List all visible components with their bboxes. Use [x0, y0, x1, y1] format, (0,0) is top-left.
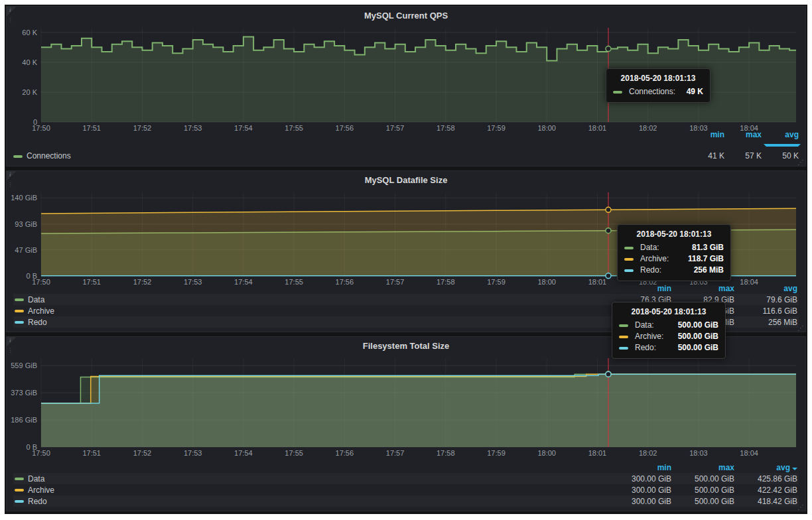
legend-header-min[interactable]: min	[687, 130, 724, 149]
legend-avg-value: 79.6 GiB	[734, 295, 797, 304]
legend-series-label: Connections	[27, 151, 71, 161]
legend-min-value: 41 K	[687, 151, 724, 161]
svg-text:47 GiB: 47 GiB	[15, 246, 37, 254]
series-color-dash-icon	[619, 336, 628, 338]
legend-header-max[interactable]: max	[724, 130, 762, 149]
legend-avg-value: 50 K	[762, 151, 799, 161]
series-color-dash-icon	[619, 347, 628, 350]
legend-max-value: 500.00 GiB	[671, 486, 734, 495]
legend-row-data: Data 300.00 GiB 500.00 GiB 425.86 GiB	[13, 473, 799, 484]
legend-max-value: 500.00 GiB	[671, 474, 734, 484]
legend-item-data[interactable]: Data	[15, 295, 608, 304]
caret-down-icon	[764, 144, 801, 147]
legend-header-row: min max avg	[13, 283, 799, 294]
series-color-dash-icon	[13, 155, 23, 158]
legend-avg-value: 418.42 GiB	[734, 497, 797, 506]
svg-text:0: 0	[33, 118, 37, 126]
panel-resize-handle-icon[interactable]: ⋰	[797, 503, 804, 511]
legend-item-redo[interactable]: Redo	[15, 318, 608, 327]
tooltip-row: Archive: 500.00 GiB	[619, 331, 718, 342]
series-color-dash-icon	[15, 489, 24, 491]
svg-text:559 GiB: 559 GiB	[11, 361, 37, 369]
legend-header-avg[interactable]: avg	[734, 284, 797, 293]
tooltip-series-label: Data:	[640, 242, 659, 253]
legend-max-value: 57 K	[724, 151, 762, 161]
legend-row-archive: Archive 300.00 GiB 500.00 GiB 422.42 GiB	[13, 484, 799, 495]
legend-item-archive[interactable]: Archive	[15, 306, 608, 316]
svg-text:17:52: 17:52	[133, 449, 152, 457]
page: i ⋮ MySQL Current QPS 17:5017:5117:5217:…	[0, 0, 812, 520]
tooltip-series-label: Data:	[635, 320, 654, 331]
grafana-dashboard: i ⋮ MySQL Current QPS 17:5017:5117:5217:…	[5, 5, 807, 514]
tooltip-series-value: 49 K	[687, 86, 703, 98]
tooltip-series-value: 256 MiB	[694, 265, 724, 276]
svg-text:373 GiB: 373 GiB	[11, 389, 37, 397]
tooltip-series-value: 500.00 GiB	[678, 320, 718, 331]
legend-min-value: 300.00 GiB	[608, 486, 671, 495]
tooltip-row: Data: 81.3 GiB	[624, 242, 724, 253]
svg-text:17:55: 17:55	[285, 449, 303, 457]
svg-text:18:03: 18:03	[689, 449, 708, 457]
caret-down-icon	[792, 468, 797, 470]
tooltip-series-value: 118.7 GiB	[688, 253, 724, 265]
legend-item-redo[interactable]: Redo	[15, 497, 608, 506]
svg-text:0 B: 0 B	[26, 443, 37, 451]
svg-text:18:00: 18:00	[537, 449, 556, 457]
legend-row-redo: Redo 300.00 GiB 500.00 GiB 418.42 GiB	[13, 495, 799, 507]
tooltip-series-label: Archive:	[640, 253, 669, 265]
series-color-dash-icon	[624, 258, 634, 261]
legend: min max avg Data 300.00 GiB 500.00 GiB 4…	[13, 462, 799, 507]
legend-item-archive[interactable]: Archive	[15, 486, 608, 495]
svg-text:186 GiB: 186 GiB	[11, 416, 37, 424]
svg-text:17:58: 17:58	[437, 449, 455, 457]
filesystem-chart-area: 17:5017:5117:5217:5317:5417:5517:5617:57…	[11, 354, 801, 459]
panel-resize-handle-icon[interactable]: ⋰	[797, 324, 804, 332]
panel-title[interactable]: MySQL Current QPS	[7, 11, 805, 21]
tooltip-row: Data: 500.00 GiB	[619, 320, 718, 331]
tooltip-series-value: 500.00 GiB	[678, 342, 718, 354]
legend-item-data[interactable]: Data	[15, 474, 608, 484]
legend-header-min[interactable]: min	[608, 463, 671, 472]
legend-header-avg[interactable]: avg	[734, 463, 797, 472]
tooltip-series-label: Redo:	[640, 265, 661, 276]
panel-resize-handle-icon[interactable]: ⋰	[797, 159, 804, 166]
svg-text:17:54: 17:54	[234, 449, 253, 457]
legend-max-value: 500.00 GiB	[671, 497, 734, 506]
svg-text:18:02: 18:02	[639, 449, 657, 457]
series-color-dash-icon	[15, 478, 24, 480]
legend-header-min[interactable]: min	[608, 284, 671, 293]
series-color-dash-icon	[15, 321, 24, 324]
svg-text:0 B: 0 B	[26, 272, 37, 280]
svg-text:60 K: 60 K	[22, 29, 37, 36]
svg-text:93 GiB: 93 GiB	[15, 220, 37, 228]
legend-item-connections[interactable]: Connections	[13, 151, 71, 161]
svg-text:18:04: 18:04	[740, 449, 758, 457]
tooltip-timestamp: 2018-05-20 18:01:13	[613, 74, 703, 83]
svg-text:20 K: 20 K	[22, 88, 37, 96]
tooltip-qps: 2018-05-20 18:01:13 Connections: 49 K	[606, 68, 710, 103]
svg-text:17:57: 17:57	[386, 449, 405, 457]
legend-avg-value: 422.42 GiB	[734, 486, 797, 495]
series-color-dash-icon	[15, 310, 24, 312]
tooltip-series-label: Connections:	[629, 86, 675, 98]
tooltip-row: Redo: 500.00 GiB	[619, 342, 718, 354]
legend-header-max[interactable]: max	[671, 463, 734, 472]
tooltip-series-label: Archive:	[635, 331, 663, 342]
svg-text:17:56: 17:56	[336, 449, 354, 457]
legend-header-avg[interactable]: avg	[762, 130, 799, 149]
tooltip-row: Connections: 49 K	[613, 86, 703, 98]
legend-header-max[interactable]: max	[671, 284, 734, 293]
legend-min-value: 300.00 GiB	[608, 474, 671, 484]
panel-title[interactable]: MySQL Datafile Size	[7, 175, 805, 185]
series-color-dash-icon	[624, 247, 634, 249]
tooltip-datafile: 2018-05-20 18:01:13 Data: 81.3 GiB Archi…	[617, 224, 731, 281]
legend-avg-value: 256 MiB	[734, 318, 797, 327]
series-color-dash-icon	[619, 324, 628, 327]
svg-text:17:59: 17:59	[487, 449, 506, 457]
tooltip-row: Redo: 256 MiB	[624, 265, 724, 276]
filesystem-chart[interactable]: 17:5017:5117:5217:5317:5417:5517:5617:57…	[11, 354, 801, 459]
legend-min-value: 300.00 GiB	[608, 497, 671, 506]
svg-text:17:53: 17:53	[184, 449, 202, 457]
legend: Connections min max avg 41 K 57 K 50 K	[13, 130, 799, 161]
panel-filesystem-total-size: i ⋮ Filesystem Total Size 17:5017:5117:5…	[6, 336, 806, 511]
